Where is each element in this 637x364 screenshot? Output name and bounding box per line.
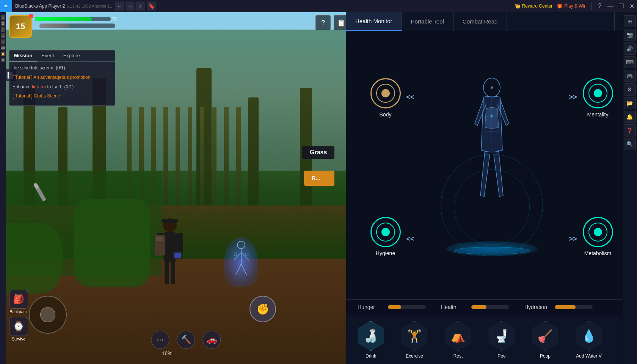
nav-buttons: ← → ⌂ 🔖 (115, 2, 156, 11)
tools-button[interactable]: 🔨 (177, 331, 195, 349)
play-win-icon: 🎁 (557, 3, 563, 9)
tab-portable-tool[interactable]: Portable Tool (402, 12, 453, 31)
sidebar-btn-5[interactable]: ⚙ (624, 83, 636, 96)
mentality-circle: ◎ (583, 78, 613, 108)
health-value: 75 (112, 17, 122, 21)
sidebar-btn-2[interactable]: 🔊 (624, 42, 636, 55)
action-exercise[interactable]: 🏋 Exercise (394, 321, 435, 359)
mentality-status[interactable]: ◎ Mentality (583, 78, 613, 118)
sidebar-btn-7[interactable]: 🔔 (624, 111, 636, 123)
backpack-icon[interactable]: 🎒 (9, 290, 28, 309)
bottom-left-hud: 🎒 Backpack ⌚ Survive (9, 290, 28, 341)
nav-back-button[interactable]: ← (115, 2, 124, 11)
main-action-button[interactable]: ✊ (249, 296, 276, 322)
bs-icon-6[interactable]: 🔔 (1, 52, 5, 56)
bottom-right-arrow-nav[interactable]: >> (569, 235, 577, 243)
bs-icon-1[interactable]: ☰ (1, 21, 5, 26)
sidebar-btn-3[interactable]: ⌨ (624, 56, 636, 68)
joystick-inner (40, 307, 55, 322)
close-button[interactable]: ✕ (626, 0, 637, 12)
mission-text-3: [ Tutorial ] Crafts Scene (13, 93, 60, 99)
left-arrow-nav[interactable]: << (406, 93, 414, 101)
sidebar-btn-1[interactable]: 📷 (624, 29, 636, 41)
exercise-icon: 🏋 (407, 329, 422, 343)
level-badge: 15 (9, 15, 32, 38)
pee-icon: 🚽 (494, 329, 509, 343)
titlebar: BS BlueStacks App Player 2 5.11.42.1002 … (0, 0, 637, 12)
reward-center-label: Reward Center (522, 3, 553, 9)
grass-clump-1 (6, 223, 63, 294)
bs-icon-7[interactable]: ⚙ (1, 58, 5, 62)
sidebar-btn-9[interactable]: 🔍 (624, 138, 636, 150)
mission-tab-mission[interactable]: Mission (9, 50, 37, 61)
tab-health-monitor-label: Health Monitor (355, 18, 392, 24)
metabolism-status[interactable]: ◎ Metabolism (583, 217, 613, 256)
nav-bookmark-button[interactable]: 🔖 (147, 2, 156, 11)
mission-tab-event-label: Event (41, 53, 54, 58)
sidebar-btn-8[interactable]: ❓ (624, 124, 636, 136)
vehicle-button[interactable]: 🚗 (202, 331, 221, 349)
hunger-stat: Hunger (358, 304, 426, 310)
drink-label: Drink (366, 353, 376, 359)
health-monitor-inner: ⏻ Body << ◎ Mentality >> (363, 67, 621, 279)
drink-hexagon: 🍶 (356, 321, 386, 351)
hud-top: 15 75 + (6, 12, 352, 42)
bottom-left-arrow-nav[interactable]: << (406, 235, 414, 243)
sidebar-btn-4[interactable]: 🎮 (624, 70, 636, 82)
bottom-action-icons: 🍶 Drink 🏋 Exercise ⛺ Rest 🚽 Pee (346, 315, 637, 364)
nav-home-button[interactable]: ⌂ (136, 2, 145, 11)
bs-icon-2[interactable]: ○ (1, 27, 5, 32)
bottom-center-hud: ··· 🔨 🚗 (151, 331, 221, 349)
hologram-character-svg (461, 74, 522, 249)
mission-tab-explore[interactable]: Explore (59, 50, 85, 61)
tab-health-monitor[interactable]: Health Monitor (346, 12, 402, 31)
hydration-bar-bg (555, 305, 593, 309)
nav-forward-button[interactable]: → (126, 2, 135, 11)
action-drink[interactable]: 🍶 Drink (350, 321, 392, 359)
action-poop[interactable]: 🪠 Poop (524, 321, 566, 359)
item-label: Grass (302, 146, 334, 159)
right-arrow-nav[interactable]: >> (569, 93, 577, 101)
action-rest[interactable]: ⛺ Rest (437, 321, 479, 359)
bs-icon-3[interactable]: □ (1, 33, 5, 38)
item-action-button[interactable]: R... (304, 171, 334, 186)
backpack-label: Backpack (9, 309, 28, 314)
sidebar-btn-0[interactable]: ⊞ (624, 15, 636, 27)
action-pee[interactable]: 🚽 Pee (481, 321, 522, 359)
mission-tab-event[interactable]: Event (37, 50, 58, 61)
drink-icon: 🍶 (363, 329, 378, 343)
tab-combat-read-label: Combat Read (463, 18, 498, 25)
svg-line-16 (241, 264, 247, 275)
body-status[interactable]: ⏻ Body (370, 78, 401, 118)
bs-icon-5[interactable]: ⌨ (1, 46, 5, 50)
survive-item: ⌚ Survive (9, 317, 28, 341)
bs-icon-0[interactable]: ⊙ (1, 15, 5, 20)
add-water-icon: 💧 (581, 329, 596, 343)
shield-bar-fill (39, 24, 70, 28)
mission-tabs: Mission Event Explore (9, 50, 115, 62)
mission-tab-explore-label: Explore (63, 53, 80, 58)
game-area: Grass R... 15 75 + (6, 12, 352, 364)
minimize-button[interactable]: — (605, 0, 616, 12)
bs-icon-4[interactable]: ▷ (1, 39, 5, 44)
sidebar-btn-6[interactable]: 📂 (624, 97, 636, 109)
help-button[interactable]: ? (595, 0, 605, 12)
restore-button[interactable]: ❐ (616, 0, 626, 12)
exercise-label: Exercise (406, 353, 423, 359)
menu-dots-button[interactable]: ··· (151, 331, 169, 349)
mentality-label: Mentality (587, 111, 608, 118)
hygiene-circle: ◎ (370, 217, 401, 247)
tab-combat-read[interactable]: Combat Read (453, 12, 507, 31)
quest-icon-1[interactable]: ? (315, 15, 331, 30)
hygiene-status[interactable]: ◎ Hygiene (370, 217, 401, 256)
joystick[interactable] (29, 296, 67, 334)
action-add-water[interactable]: 💧 Add Water V (568, 321, 610, 359)
play-win-button[interactable]: 🎁 Play & Win (557, 3, 587, 9)
mission-item-2: Enhance firearm to Lv. 1. (0/1) (13, 84, 112, 90)
health-monitor-content: ⏻ Body << ◎ Mentality >> (346, 31, 637, 315)
survive-icon[interactable]: ⌚ (9, 317, 28, 336)
reward-center-button[interactable]: 👑 Reward Center (515, 3, 553, 9)
pee-label: Pee (497, 353, 505, 359)
hunger-bar-fill (388, 305, 401, 309)
grass-clump-2 (74, 199, 150, 287)
